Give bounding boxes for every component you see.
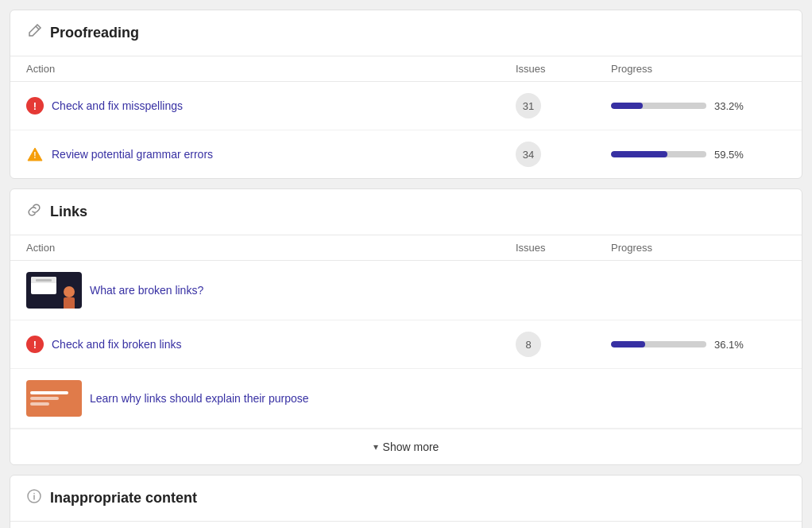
section-header-inappropriate-content: Inappropriate content	[10, 476, 802, 522]
thumbnail-links-purpose-thumb	[26, 380, 82, 417]
svg-point-2	[33, 493, 35, 495]
section-title-proofreading: Proofreading	[50, 25, 139, 41]
issues-cell: 31	[516, 93, 611, 118]
table-header-inappropriate-content: ActionIssuesProgress	[10, 522, 802, 528]
action-cell: !Check and fix broken links	[26, 336, 516, 353]
table-row: !Check and fix broken links836.1%	[10, 320, 802, 369]
pencil-icon	[26, 23, 42, 43]
column-header-action: Action	[26, 242, 516, 254]
progress-label: 33.2%	[714, 100, 744, 112]
action-link-2[interactable]: Learn why links should explain their pur…	[90, 392, 309, 405]
progress-label: 36.1%	[714, 339, 744, 351]
progress-bar-container	[611, 151, 706, 157]
progress-label: 59.5%	[714, 149, 744, 161]
section-proofreading: ProofreadingActionIssuesProgress!Check a…	[10, 10, 802, 179]
table-row: !Review potential grammar errors3459.5%	[10, 130, 802, 178]
section-links: LinksActionIssuesProgress What are broke…	[10, 188, 802, 465]
action-link-1[interactable]: Review potential grammar errors	[52, 148, 213, 161]
table-row: Learn why links should explain their pur…	[10, 369, 802, 429]
status-error-icon: !	[26, 97, 44, 115]
section-title-links: Links	[50, 204, 87, 220]
action-cell: Learn why links should explain their pur…	[26, 380, 516, 417]
progress-bar-fill	[611, 341, 645, 347]
link-icon	[26, 202, 42, 222]
issues-badge: 34	[516, 142, 541, 167]
action-link-1[interactable]: Check and fix broken links	[52, 338, 181, 351]
chevron-down-icon: ▾	[373, 441, 378, 452]
progress-bar-fill	[611, 151, 667, 157]
action-link-0[interactable]: Check and fix misspellings	[52, 99, 183, 112]
section-header-proofreading: Proofreading	[10, 10, 802, 56]
issues-cell: 8	[516, 332, 611, 357]
thumbnail-broken-links-thumb	[26, 272, 82, 309]
table-header-links: ActionIssuesProgress	[10, 235, 802, 261]
progress-bar-container	[611, 103, 706, 109]
section-inappropriate-content: Inappropriate contentActionIssuesProgres…	[10, 475, 802, 528]
column-header-issues: Issues	[516, 63, 611, 75]
status-error-icon: !	[26, 336, 44, 353]
progress-bar-fill	[611, 103, 643, 109]
section-title-inappropriate-content: Inappropriate content	[50, 490, 197, 507]
issues-cell: 34	[516, 142, 611, 167]
show-more-label: Show more	[383, 441, 439, 453]
section-header-links: Links	[10, 189, 802, 235]
progress-cell: 33.2%	[611, 100, 786, 112]
action-cell: !Check and fix misspellings	[26, 97, 516, 115]
table-row: What are broken links?	[10, 261, 802, 320]
info-icon	[26, 488, 42, 508]
issues-badge: 31	[516, 93, 541, 118]
show-more-button[interactable]: ▾Show more	[10, 429, 802, 464]
status-warning-icon: !	[26, 146, 44, 163]
action-cell: What are broken links?	[26, 272, 516, 309]
svg-text:!: !	[33, 151, 36, 160]
column-header-action: Action	[26, 63, 516, 75]
progress-bar-container	[611, 341, 706, 347]
progress-cell: 36.1%	[611, 339, 786, 351]
column-header-progress: Progress	[611, 242, 786, 254]
table-row: !Check and fix misspellings3133.2%	[10, 82, 802, 130]
action-cell: !Review potential grammar errors	[26, 146, 516, 163]
issues-badge: 8	[516, 332, 541, 357]
page: ProofreadingActionIssuesProgress!Check a…	[0, 0, 812, 528]
column-header-progress: Progress	[611, 63, 786, 75]
action-link-0[interactable]: What are broken links?	[90, 284, 203, 297]
progress-cell: 59.5%	[611, 149, 786, 161]
column-header-issues: Issues	[516, 242, 611, 254]
table-header-proofreading: ActionIssuesProgress	[10, 56, 802, 82]
